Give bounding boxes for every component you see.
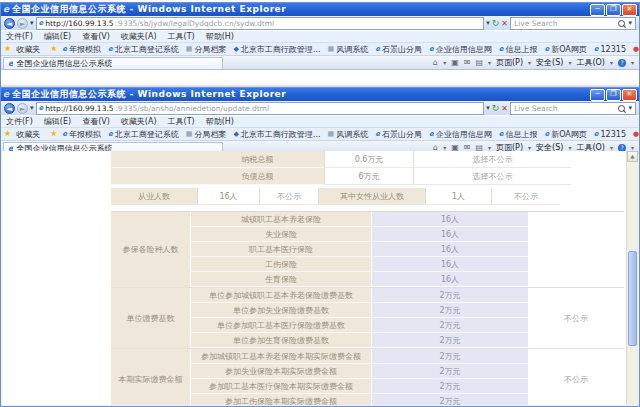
title-bar[interactable]: e 全国企业信用信息公示系统 - Windows Internet Explor…	[1, 3, 639, 16]
tab-title: 全国企业信用信息公示系统	[16, 58, 112, 69]
read-mail-icon[interactable]: ✉	[464, 59, 471, 67]
favorites-button[interactable]: 收藏夹	[16, 44, 40, 55]
favorites-link[interactable]: e信息上报	[499, 129, 538, 140]
tools-dropdown-icon[interactable]: ▾	[610, 144, 613, 151]
insurance-item-value: 2万元	[371, 303, 528, 318]
menu-item-文件(F)[interactable]: 文件(F)	[6, 116, 33, 127]
address-input[interactable]: e http://160.99.13.5 :9335/sb/jydw/legal…	[36, 17, 485, 30]
favorites-link[interactable]: e企业信用信息网	[429, 129, 492, 140]
nav-dropdown-icon[interactable]: ▾	[30, 104, 34, 112]
forward-button[interactable]: ►	[17, 103, 28, 114]
help-icon[interactable]: ?	[618, 59, 626, 67]
safety-dropdown-icon[interactable]: ▾	[568, 59, 571, 66]
insurance-publicity-status: 不公示	[528, 349, 624, 405]
minimize-button[interactable]: ─	[590, 89, 605, 101]
print-dropdown-icon[interactable]: ▾	[488, 59, 491, 66]
menu-item-查看(V)[interactable]: 查看(V)	[82, 116, 110, 127]
back-button[interactable]: ◄	[4, 18, 15, 29]
menu-item-工具(T)[interactable]: 工具(T)	[168, 116, 195, 127]
menu-item-收藏夹(A)[interactable]: 收藏夹(A)	[121, 31, 157, 42]
page-dropdown-icon[interactable]: ▾	[528, 144, 531, 151]
staff-status: 不公示	[259, 188, 318, 204]
insurance-item-label: 失业保险	[191, 227, 371, 242]
search-icon[interactable]	[618, 105, 625, 112]
search-input[interactable]: Live Search ▾	[510, 17, 636, 30]
insurance-item-value: 2万元	[371, 394, 528, 405]
favorites-link[interactable]: e信息上报	[499, 44, 538, 55]
menu-item-编辑(E)[interactable]: 编辑(E)	[44, 31, 71, 42]
menu-item-帮助(H)[interactable]: 帮助(H)	[206, 31, 234, 42]
favorites-link[interactable]: ▦分局档案	[186, 129, 227, 140]
feeds-icon[interactable]: ▣	[451, 59, 459, 67]
favorites-link[interactable]: e12315	[594, 45, 626, 54]
refresh-button[interactable]: ↻	[492, 19, 500, 28]
close-button[interactable]: ✕	[622, 4, 637, 16]
stop-button[interactable]: ✕	[501, 19, 508, 28]
home-dropdown-icon[interactable]: ▾	[443, 59, 446, 66]
help-dropdown-icon[interactable]: ▾	[631, 144, 634, 151]
home-icon[interactable]: ⌂	[433, 59, 438, 67]
menu-item-查看(V)[interactable]: 查看(V)	[82, 31, 110, 42]
tools-dropdown-icon[interactable]: ▾	[610, 59, 613, 66]
forward-button[interactable]: ►	[17, 18, 28, 29]
favorites-link[interactable]: e年报模拟	[62, 44, 101, 55]
favorites-link[interactable]: ▦分局档案	[186, 44, 227, 55]
favorites-link-label: 石景山分局	[382, 44, 422, 55]
title-bar[interactable]: e 全国企业信用信息公示系统 - Windows Internet Explor…	[1, 88, 639, 101]
favorites-button[interactable]: 收藏夹	[16, 129, 40, 140]
scroll-up-icon[interactable]: ▲	[627, 151, 638, 162]
close-button[interactable]: ✕	[622, 89, 637, 101]
search-dropdown-icon[interactable]: ▾	[628, 19, 632, 27]
favorites-link[interactable]: ●全国12315互联网平台	[633, 44, 639, 55]
vertical-scrollbar[interactable]: ▲	[626, 151, 638, 405]
search-dropdown-icon[interactable]: ▾	[628, 104, 632, 112]
insurance-item-value: 2万元	[371, 333, 528, 348]
refresh-button[interactable]: ↻	[492, 104, 500, 113]
nav-dropdown-icon[interactable]: ▾	[30, 19, 34, 27]
tools-menu[interactable]: 工具(O)	[576, 57, 605, 68]
safety-menu[interactable]: 安全(S)	[536, 57, 563, 68]
favorites-link[interactable]: e新OA网页	[544, 44, 586, 55]
maximize-button[interactable]: ❐	[606, 89, 621, 101]
back-button[interactable]: ◄	[4, 103, 15, 114]
menu-item-工具(T)[interactable]: 工具(T)	[168, 31, 195, 42]
print-dropdown-icon[interactable]: ▾	[488, 144, 491, 151]
menu-item-编辑(E)[interactable]: 编辑(E)	[44, 116, 71, 127]
favorites-link[interactable]: ▦风调系统	[328, 44, 369, 55]
favorites-link[interactable]: ●全国12315互联网平台	[633, 129, 639, 140]
address-dropdown-icon[interactable]: ▾	[486, 19, 490, 27]
funds-table: 纳税总额0.6万元选择不公示负债总额6万元选择不公示	[111, 151, 571, 185]
print-icon[interactable]: ▤	[475, 59, 483, 67]
add-favorite-icon[interactable]: ★	[50, 130, 57, 138]
favorites-link[interactable]: e新OA网页	[544, 129, 586, 140]
add-favorite-icon[interactable]: ★	[50, 45, 57, 53]
stop-button[interactable]: ✕	[501, 104, 508, 113]
favorites-link[interactable]: ◆北京市工商行政管理...	[233, 44, 320, 55]
favorites-link[interactable]: e北京工商登记系统	[108, 44, 179, 55]
maximize-button[interactable]: ❐	[606, 4, 621, 16]
favorites-link[interactable]: e石景山分局	[375, 44, 422, 55]
page-menu[interactable]: 页面(P)	[496, 57, 523, 68]
search-icon[interactable]	[618, 20, 625, 27]
address-dropdown-icon[interactable]: ▾	[486, 104, 490, 112]
favorites-link[interactable]: ◆北京市工商行政管理...	[233, 129, 320, 140]
favorites-link[interactable]: ▦风调系统	[328, 129, 369, 140]
favorites-link[interactable]: e12315	[594, 130, 626, 139]
favorites-link[interactable]: e年报模拟	[62, 129, 101, 140]
favorites-link[interactable]: e石景山分局	[375, 129, 422, 140]
page-dropdown-icon[interactable]: ▾	[528, 59, 531, 66]
safety-dropdown-icon[interactable]: ▾	[568, 144, 571, 151]
minimize-button[interactable]: ─	[590, 4, 605, 16]
help-dropdown-icon[interactable]: ▾	[631, 59, 634, 66]
menu-item-文件(F)[interactable]: 文件(F)	[6, 31, 33, 42]
home-dropdown-icon[interactable]: ▾	[443, 144, 446, 151]
insurance-item-label: 工伤保险	[191, 257, 371, 272]
menu-item-收藏夹(A)[interactable]: 收藏夹(A)	[121, 116, 157, 127]
tab-publicity-system[interactable]: e 全国企业信用信息公示系统	[3, 57, 223, 69]
address-input[interactable]: e http://160.99.13.5 :9335/sb/ansho/anni…	[36, 102, 485, 115]
search-input[interactable]: Live Search ▾	[510, 102, 636, 115]
favorites-link[interactable]: e企业信用信息网	[429, 44, 492, 55]
scrollbar-thumb[interactable]	[628, 251, 637, 346]
menu-item-帮助(H)[interactable]: 帮助(H)	[206, 116, 234, 127]
favorites-link[interactable]: e北京工商登记系统	[108, 129, 179, 140]
